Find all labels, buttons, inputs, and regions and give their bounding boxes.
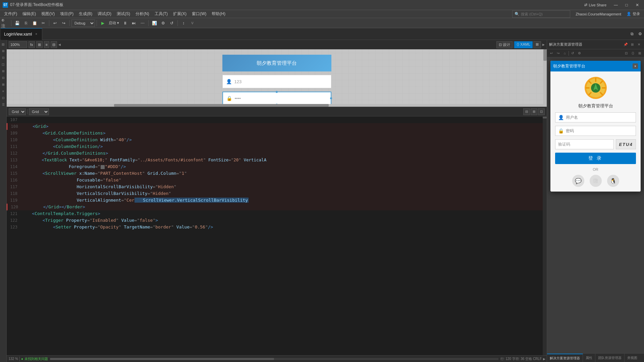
preview-arrow-right[interactable]: ▶ bbox=[542, 43, 545, 46]
menu-debug[interactable]: 调试(D) bbox=[95, 10, 114, 18]
tab-split-btn[interactable]: ⧉ bbox=[628, 30, 636, 38]
tab-settings-btn[interactable]: ⚙ bbox=[636, 30, 644, 38]
sol-forward-btn[interactable]: ↪ bbox=[555, 50, 561, 56]
password-input-row[interactable]: 🔒 bbox=[555, 126, 636, 136]
right-arrow[interactable]: ▶ bbox=[543, 357, 545, 361]
sol-expand-btn[interactable]: ⊞ bbox=[637, 50, 643, 56]
redo-btn[interactable]: ↪ bbox=[60, 19, 68, 27]
qq-login-btn[interactable]: 🐧 bbox=[607, 175, 619, 187]
more-btn[interactable]: ⋯ bbox=[139, 19, 147, 27]
diagnostics-btn[interactable]: 📊 bbox=[150, 19, 158, 27]
captcha-image[interactable]: ETU4 bbox=[616, 139, 636, 149]
activity-icon-5[interactable]: ⊞ bbox=[0, 68, 6, 74]
menu-extensions[interactable]: 扩展(X) bbox=[170, 10, 189, 18]
maximize-panel-btn[interactable]: ⊞ bbox=[629, 42, 635, 48]
code-vscrollbar-handle[interactable] bbox=[543, 117, 547, 118]
rp-tab-solution[interactable]: 解决方案资源管理器 bbox=[547, 354, 583, 362]
preview-hscrollbar-handle[interactable] bbox=[114, 104, 329, 107]
menu-window[interactable]: 窗口(W) bbox=[189, 10, 209, 18]
password-input[interactable] bbox=[566, 128, 633, 133]
rows-btn[interactable]: ⊟ bbox=[51, 41, 57, 48]
split-v-btn[interactable]: ⊞ bbox=[531, 108, 537, 115]
grid-btn[interactable]: ⊞ bbox=[36, 41, 43, 48]
element-select[interactable]: Grid bbox=[9, 108, 26, 115]
activity-icon-1[interactable]: ▤ bbox=[0, 41, 6, 47]
copy-btn[interactable]: ⎘ bbox=[22, 19, 30, 27]
activity-icon-3[interactable]: ⊟ bbox=[0, 55, 6, 61]
preview-input-2[interactable]: 🔒 •••• bbox=[222, 92, 331, 105]
captcha-input-field[interactable]: 验证码 bbox=[555, 139, 614, 149]
preview-hscrollbar[interactable] bbox=[7, 104, 543, 107]
close-btn[interactable]: ✕ bbox=[633, 1, 641, 9]
menu-file[interactable]: 文件(F) bbox=[1, 10, 20, 18]
undo-btn[interactable]: ↩ bbox=[51, 19, 59, 27]
sol-code-btn[interactable]: ⟨⟩ bbox=[630, 50, 636, 56]
expand-btn[interactable]: ⊞ bbox=[533, 41, 541, 48]
activity-icon-9[interactable]: ⊡ bbox=[0, 95, 6, 101]
save-btn[interactable]: 💾 bbox=[13, 19, 21, 27]
git-btn[interactable]: ↕ bbox=[179, 19, 187, 27]
tab-close-btn[interactable]: × bbox=[34, 32, 39, 37]
live-share-btn[interactable]: ⇄ Live Share bbox=[582, 1, 609, 9]
hscrollbar-handle[interactable] bbox=[50, 358, 274, 360]
hscrollbar-track[interactable] bbox=[50, 358, 498, 360]
refresh-btn[interactable]: ↺ bbox=[168, 19, 176, 27]
tab-loginview[interactable]: LoginView.xaml × bbox=[1, 28, 42, 40]
username-input-row[interactable]: 👤 bbox=[555, 112, 636, 122]
maximize-btn[interactable]: □ bbox=[623, 1, 631, 9]
debug-mode-select[interactable]: Debug bbox=[71, 19, 95, 27]
sol-home-btn[interactable]: ⌂ bbox=[562, 50, 568, 56]
activity-icon-4[interactable]: ◫ bbox=[0, 61, 6, 67]
activity-icon-10[interactable]: ☰ bbox=[0, 102, 6, 108]
close-panel-btn[interactable]: ✕ bbox=[636, 42, 642, 48]
username-input[interactable] bbox=[566, 115, 633, 120]
rp-tab-classview[interactable]: 类视图 bbox=[625, 354, 640, 362]
preview-input-1[interactable]: 👤 123 bbox=[222, 75, 331, 88]
wechat-login-btn[interactable]: 💬 bbox=[572, 175, 584, 187]
sol-filter-btn[interactable]: ⊡ bbox=[623, 50, 629, 56]
paste-btn[interactable]: 📋 bbox=[31, 19, 39, 27]
pause-btn[interactable]: ⏸ bbox=[121, 19, 129, 27]
settings-btn[interactable]: ⚙ bbox=[159, 19, 167, 27]
menu-help[interactable]: 帮助(H) bbox=[209, 10, 228, 18]
split-h-btn[interactable]: ⊟ bbox=[523, 108, 530, 115]
activity-icon-8[interactable]: ≡ bbox=[0, 88, 6, 94]
xaml-tab[interactable]: ⟨⟩ XAML bbox=[514, 41, 533, 48]
sol-settings-btn[interactable]: ⚙ bbox=[576, 50, 582, 56]
rp-tab-team[interactable]: 团队资源管理器 bbox=[595, 354, 625, 362]
search-input[interactable] bbox=[521, 12, 568, 16]
sol-refresh-btn[interactable]: ↺ bbox=[570, 50, 576, 56]
menu-tools[interactable]: 工具(T) bbox=[152, 10, 170, 18]
preview-scrollbar-handle[interactable] bbox=[543, 49, 547, 61]
preview-scrollbar[interactable] bbox=[543, 49, 547, 107]
activity-icon-2[interactable]: ⊞ bbox=[0, 48, 6, 54]
zoom-input[interactable] bbox=[9, 41, 27, 48]
preview-arrow-left[interactable]: ◀ bbox=[58, 43, 61, 46]
weibo-login-btn[interactable]: 微 bbox=[590, 175, 602, 187]
minimize-btn[interactable]: — bbox=[612, 1, 620, 9]
activity-icon-6[interactable]: ⊟ bbox=[0, 75, 6, 81]
login-submit-btn[interactable]: 登 录 bbox=[555, 153, 636, 164]
activity-icon-7[interactable]: ⊠ bbox=[0, 82, 6, 88]
split-both-btn[interactable]: ⊡ bbox=[538, 108, 545, 115]
code-vscrollbar[interactable] bbox=[543, 116, 547, 355]
sol-back-btn[interactable]: ↩ bbox=[548, 50, 554, 56]
zoom-icon-btn[interactable]: fx bbox=[29, 41, 35, 48]
element-type-select[interactable]: Grid bbox=[29, 108, 49, 115]
code-scroll-area[interactable]: 107 108 <Grid> 109 <Grid.ColumnDefinitio… bbox=[7, 116, 547, 355]
menu-test[interactable]: 测试(S) bbox=[114, 10, 133, 18]
run-btn[interactable]: ▶ bbox=[99, 19, 107, 27]
pin-btn[interactable]: 📌 bbox=[623, 42, 629, 48]
design-tab[interactable]: ⊡ 设计 bbox=[496, 41, 513, 48]
cols-btn[interactable]: ≡ bbox=[44, 41, 49, 48]
add-btn[interactable]: ⊕ 注 bbox=[1, 19, 9, 27]
menu-view[interactable]: 视图(V) bbox=[39, 10, 57, 18]
menu-edit[interactable]: 编辑(E) bbox=[20, 10, 39, 18]
menu-build[interactable]: 生成(B) bbox=[76, 10, 95, 18]
dialog-close-btn[interactable]: × bbox=[633, 63, 638, 69]
step-btn[interactable]: ⏭ bbox=[130, 19, 138, 27]
branch-btn[interactable]: ⑂ bbox=[188, 19, 196, 27]
handle-right[interactable] bbox=[330, 97, 332, 99]
handle-top[interactable] bbox=[276, 91, 278, 93]
menu-analyze[interactable]: 分析(N) bbox=[133, 10, 152, 18]
